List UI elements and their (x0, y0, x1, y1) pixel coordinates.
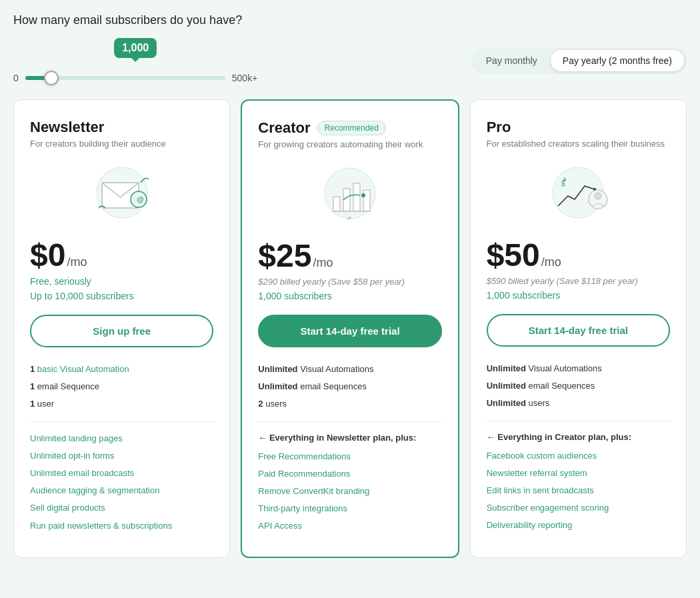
pro-extra-edit: Edit links in sent broadcasts (487, 485, 670, 497)
plan-pro-period: /mo (541, 255, 561, 269)
svg-point-9 (361, 193, 365, 197)
svg-point-14 (595, 193, 601, 199)
plan-pro-features: Unlimited Visual Automations Unlimited e… (487, 363, 670, 532)
plan-pro-illustration: $ ··· (487, 159, 670, 226)
top-section: How many email subscribers do you have? … (13, 13, 687, 83)
feature-user: 1 user (30, 398, 213, 410)
plan-pro-name-row: Pro (487, 119, 670, 136)
plan-newsletter-features: 1 basic Visual Automation 1 email Sequen… (30, 363, 213, 532)
subscribers-slider[interactable] (25, 76, 225, 80)
plan-newsletter-description: For creators building their audience (30, 139, 213, 149)
plan-creator-illustration: ↗ (258, 160, 441, 227)
creator-everything-plus: Everything in Newsletter plan, plus: (258, 433, 441, 443)
plan-newsletter: Newsletter For creators building their a… (13, 99, 230, 558)
creator-feature-users: 2 users (258, 398, 441, 410)
plan-newsletter-subscribers: Up to 10,000 subscribers (30, 291, 213, 301)
plan-pro-price: $50 /mo (487, 237, 670, 273)
creator-extra-api: API Access (258, 520, 441, 532)
pro-extra-scoring: Subscriber engagement scoring (487, 502, 670, 514)
feature-automation: 1 basic Visual Automation (30, 363, 213, 375)
plan-pro-subtitle: $590 billed yearly (Save $118 per year) (487, 276, 670, 286)
extra-newsletters: Run paid newsletters & subscriptions (30, 520, 213, 532)
slider-row: 1,000 0 500k+ Pay monthly Pay yearly (2 … (13, 38, 687, 83)
svg-rect-8 (363, 190, 370, 211)
plan-pro-header: Pro For established creators scaling the… (487, 119, 670, 149)
plan-pro-description: For established creators scaling their b… (487, 139, 670, 149)
svg-text:···: ··· (593, 187, 597, 191)
plan-creator-amount: $25 (258, 237, 311, 274)
creator-extra-branding: Remove ConvertKit branding (258, 485, 441, 497)
plan-newsletter-name-row: Newsletter (30, 119, 213, 136)
feature-sequence: 1 email Sequence (30, 381, 213, 393)
plans-row: Newsletter For creators building their a… (13, 99, 687, 558)
extra-tagging: Audience tagging & segmentation (30, 485, 213, 497)
creator-extra-free-rec: Free Recommendations (258, 451, 441, 463)
plan-newsletter-cta[interactable]: Sign up free (30, 315, 213, 347)
plan-newsletter-period: /mo (67, 255, 87, 269)
plan-creator-name-row: Creator Recommended (258, 119, 441, 137)
slider-container: 0 500k+ (13, 73, 257, 83)
svg-text:@: @ (137, 195, 144, 203)
divider-pro (487, 421, 670, 421)
extra-landing: Unlimited landing pages (30, 433, 213, 445)
creator-feature-automations: Unlimited Visual Automations (258, 363, 441, 375)
svg-rect-5 (333, 197, 340, 211)
plan-creator-price: $25 /mo (258, 237, 441, 274)
billing-yearly[interactable]: Pay yearly (2 months free) (551, 50, 684, 71)
plan-newsletter-name: Newsletter (30, 119, 104, 136)
plan-pro-amount: $50 (487, 237, 540, 273)
slider-min: 0 (13, 73, 19, 83)
plan-creator-subscribers: 1,000 subscribers (258, 291, 441, 301)
plan-newsletter-amount: $0 (30, 237, 65, 273)
pro-extra-fb: Facebook custom audiences (487, 450, 670, 462)
divider-newsletter (30, 421, 213, 422)
plan-creator-name: Creator (258, 119, 310, 137)
pro-feature-sequences: Unlimited email Sequences (487, 380, 670, 392)
slider-bubble: 1,000 (114, 38, 157, 58)
plan-newsletter-free-note: Free, seriously (30, 276, 213, 287)
pro-extra-deliverability: Deliverability reporting (487, 519, 670, 531)
plan-creator-cta[interactable]: Start 14-day free trial (258, 315, 441, 347)
plan-creator-period: /mo (313, 256, 333, 270)
svg-text:↗: ↗ (347, 215, 351, 221)
slider-left: 1,000 0 500k+ (13, 38, 471, 83)
question-label: How many email subscribers do you have? (13, 13, 687, 27)
plan-creator: Creator Recommended For growing creators… (241, 99, 459, 558)
plan-pro-name: Pro (487, 119, 511, 136)
recommended-badge: Recommended (317, 121, 386, 135)
plan-newsletter-header: Newsletter For creators building their a… (30, 119, 213, 149)
plan-pro: Pro For established creators scaling the… (470, 99, 687, 558)
pro-extra-referral: Newsletter referral system (487, 467, 670, 479)
pro-everything-plus: Everything in Creator plan, plus: (487, 432, 670, 442)
plan-creator-subtitle: $290 billed yearly (Save $58 per year) (258, 277, 441, 287)
pro-feature-users: Unlimited users (487, 397, 670, 409)
creator-extra-integrations: Third-party integrations (258, 503, 441, 515)
pro-feature-automations: Unlimited Visual Automations (487, 363, 670, 375)
billing-monthly[interactable]: Pay monthly (474, 50, 549, 71)
svg-rect-7 (353, 183, 360, 211)
extra-digital: Sell digital products (30, 502, 213, 514)
plan-creator-header: Creator Recommended For growing creators… (258, 119, 441, 149)
plan-newsletter-price: $0 /mo (30, 237, 213, 273)
divider-creator (258, 421, 441, 422)
extra-broadcasts: Unlimited email broadcasts (30, 467, 213, 479)
creator-extra-paid-rec: Paid Recommendations (258, 468, 441, 480)
plan-pro-subscribers: 1,000 subscribers (487, 290, 670, 301)
plan-creator-description: For growing creators automating their wo… (258, 139, 441, 149)
extra-optin: Unlimited opt-in forms (30, 450, 213, 462)
plan-pro-cta[interactable]: Start 14-day free trial (487, 314, 670, 347)
svg-rect-6 (343, 189, 350, 211)
plan-newsletter-illustration: @ (30, 159, 213, 226)
plan-creator-features: Unlimited Visual Automations Unlimited e… (258, 363, 441, 533)
creator-feature-sequences: Unlimited email Sequences (258, 381, 441, 393)
billing-toggle: Pay monthly Pay yearly (2 months free) (471, 47, 687, 74)
slider-max: 500k+ (232, 73, 258, 83)
